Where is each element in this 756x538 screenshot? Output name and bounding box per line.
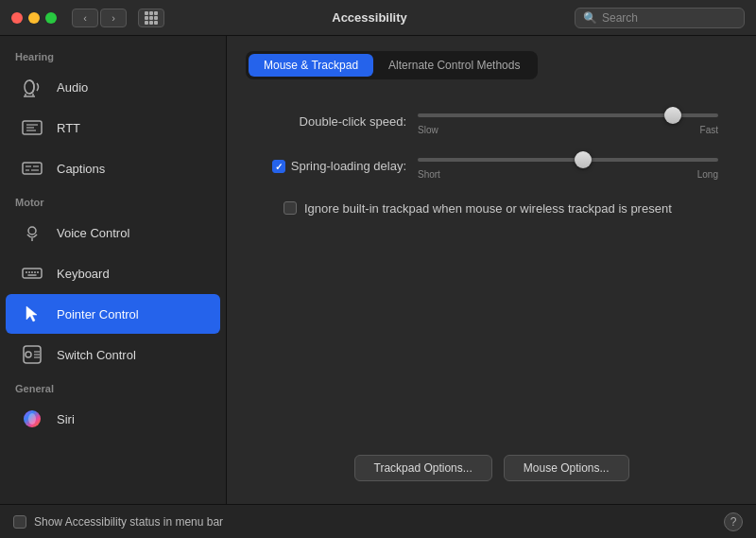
spring-loading-row: Spring-loading delay: Short Long [265, 152, 718, 180]
audio-icon [19, 74, 45, 100]
sidebar-item-label-switch-control: Switch Control [57, 348, 136, 362]
keyboard-icon [19, 260, 45, 286]
double-click-fast-label: Fast [700, 125, 718, 135]
sidebar-item-siri[interactable]: Siri [6, 399, 220, 439]
sidebar-item-label-captions: Captions [57, 162, 105, 176]
rtt-icon [19, 114, 45, 141]
tab-alternate-control[interactable]: Alternate Control Methods [373, 54, 535, 77]
captions-icon [19, 155, 45, 182]
spring-loading-slider-container: Short Long [418, 152, 718, 180]
ignore-trackpad-checkbox[interactable] [284, 201, 297, 215]
spring-loading-label: Spring-loading delay: [291, 159, 406, 173]
double-click-labels: Slow Fast [418, 125, 718, 135]
pointer-control-icon [19, 301, 45, 327]
window-title: Accessibility [172, 10, 567, 25]
svg-rect-8 [23, 163, 42, 174]
sidebar-item-switch-control[interactable]: Switch Control [6, 335, 220, 374]
sidebar-item-label-audio: Audio [57, 80, 88, 95]
double-click-row: Double-click speed: Slow Fast [265, 108, 718, 135]
show-status-checkbox[interactable] [13, 515, 26, 529]
bottom-buttons: Trackpad Options... Mouse Options... [246, 440, 737, 489]
sidebar-section-general: General [0, 375, 226, 398]
sidebar-item-label-voice-control: Voice Control [57, 226, 129, 240]
sidebar-item-label-pointer-control: Pointer Control [57, 307, 139, 321]
ignore-trackpad-row: Ignore built-in trackpad when mouse or w… [284, 197, 718, 221]
sidebar-item-voice-control[interactable]: Voice Control [6, 213, 220, 252]
double-click-track[interactable] [418, 113, 718, 117]
svg-point-28 [28, 413, 36, 425]
grid-icon [145, 11, 158, 25]
controls-section: Double-click speed: Slow Fast Spring-loa… [246, 98, 737, 440]
help-button[interactable]: ? [724, 512, 743, 531]
sidebar-item-label-rtt: RTT [57, 121, 80, 135]
maximize-button[interactable] [45, 12, 57, 24]
forward-button[interactable]: › [100, 9, 127, 27]
sidebar-item-label-siri: Siri [57, 412, 75, 426]
grid-button[interactable] [138, 9, 164, 27]
sidebar-item-label-keyboard: Keyboard [57, 267, 110, 281]
sidebar: Hearing Audio [0, 36, 227, 504]
double-click-slow-label: Slow [418, 125, 438, 135]
double-click-slider-container: Slow Fast [418, 108, 718, 135]
traffic-lights [11, 12, 57, 24]
tab-bar: Mouse & Trackpad Alternate Control Metho… [246, 51, 538, 79]
sidebar-item-captions[interactable]: Captions [6, 148, 220, 188]
search-icon: 🔍 [583, 11, 597, 25]
show-status-label: Show Accessibility status in menu bar [34, 515, 223, 529]
tab-mouse-trackpad[interactable]: Mouse & Trackpad [249, 54, 373, 77]
search-box[interactable]: 🔍 [575, 8, 745, 28]
switch-control-icon [19, 341, 45, 368]
bottombar: Show Accessibility status in menu bar ? [0, 504, 756, 538]
minimize-button[interactable] [28, 12, 40, 24]
trackpad-options-button[interactable]: Trackpad Options... [354, 455, 492, 481]
spring-loading-short-label: Short [418, 169, 440, 180]
sidebar-item-rtt[interactable]: RTT [6, 108, 220, 148]
spring-loading-long-label: Long [697, 169, 718, 180]
back-button[interactable]: ‹ [72, 9, 98, 27]
close-button[interactable] [11, 12, 23, 24]
spring-loading-checkbox[interactable] [272, 160, 285, 173]
double-click-thumb[interactable] [664, 107, 681, 124]
voice-control-icon [19, 219, 45, 246]
sidebar-item-audio[interactable]: Audio [6, 67, 220, 107]
spring-loading-track[interactable] [418, 158, 718, 162]
sidebar-section-motor: Motor [0, 189, 226, 212]
svg-point-13 [28, 227, 36, 234]
ignore-trackpad-label: Ignore built-in trackpad when mouse or w… [304, 200, 672, 217]
sidebar-item-pointer-control[interactable]: Pointer Control [6, 294, 220, 334]
search-input[interactable] [602, 11, 725, 25]
sidebar-section-hearing: Hearing [0, 43, 226, 66]
content-area: Mouse & Trackpad Alternate Control Metho… [227, 36, 756, 504]
double-click-label: Double-click speed: [265, 114, 406, 129]
main-area: Hearing Audio [0, 36, 756, 504]
mouse-options-button[interactable]: Mouse Options... [504, 455, 629, 481]
svg-point-23 [26, 352, 31, 357]
sidebar-item-keyboard[interactable]: Keyboard [6, 253, 220, 293]
nav-buttons: ‹ › [72, 9, 127, 27]
spring-loading-labels: Short Long [418, 169, 718, 180]
spring-loading-thumb[interactable] [575, 151, 592, 168]
siri-icon [19, 406, 45, 432]
titlebar: ‹ › Accessibility 🔍 [0, 0, 756, 36]
